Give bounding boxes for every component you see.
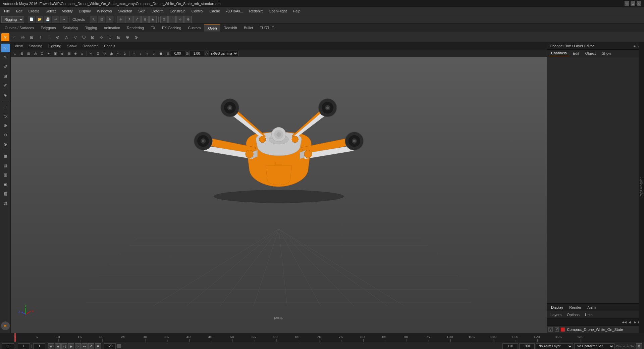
sub-wire[interactable]: ▽ [71, 33, 79, 41]
sub-frame-input[interactable] [18, 343, 30, 349]
menu-redshift[interactable]: Redshift [247, 8, 265, 14]
toolbar-snap-grid[interactable]: ⊠ [160, 16, 168, 23]
toolbar-move[interactable]: ✛ [117, 16, 124, 23]
menu-select[interactable]: Select [43, 8, 59, 14]
toolbar-select[interactable]: ↖ [90, 16, 97, 23]
toolbar-snap-view[interactable]: ⊕ [184, 16, 192, 23]
range-start-input[interactable] [33, 343, 45, 349]
pref-btn[interactable]: ⊞ [636, 343, 642, 349]
close-button[interactable]: ✕ [637, 1, 641, 6]
prev-frame[interactable]: ◀ [55, 343, 61, 349]
vp-btn-f1[interactable]: ↔ [131, 50, 137, 56]
vp-menu-shading[interactable]: Shading [26, 43, 45, 49]
vp-aa-btn[interactable]: ⊕ [59, 50, 65, 56]
current-frame-input[interactable] [2, 343, 14, 349]
tab-fx[interactable]: FX [147, 24, 159, 31]
sub-select[interactable]: ✕ [1, 33, 9, 41]
sub-joint[interactable]: ⊞ [28, 33, 36, 41]
vp-btn-f3[interactable]: ⤡ [144, 50, 150, 56]
go-to-start[interactable]: ⏮ [48, 343, 54, 349]
left-tool-13[interactable]: ▤ [1, 161, 10, 170]
left-tool-7[interactable]: □ [1, 102, 10, 111]
toolbar-snap-curve[interactable]: ⌒ [168, 16, 176, 23]
stop[interactable]: ⏹ [95, 343, 101, 349]
vp-menu-view[interactable]: View [12, 43, 25, 49]
mode-dropdown[interactable]: Rigging [1, 16, 24, 23]
sculpt-tool[interactable]: ↺ [1, 62, 10, 71]
toolbar-redo[interactable]: ↪ [60, 16, 67, 23]
menu-windows[interactable]: Windows [94, 8, 115, 14]
layer-nav-3[interactable]: ▶ [633, 320, 637, 325]
range-end-input[interactable] [104, 343, 116, 349]
menu-skin[interactable]: Skin [136, 8, 148, 14]
layer-name[interactable]: Compact_Drone_White_On_State [567, 328, 623, 332]
tab-object[interactable]: Object [582, 51, 598, 56]
play-forward[interactable]: ▶ [68, 343, 74, 349]
sub-cluster[interactable]: ⊙ [54, 33, 62, 41]
playback-max-input[interactable] [519, 343, 535, 349]
menu-modify[interactable]: Modify [59, 8, 75, 14]
vp-xray-btn[interactable]: ⊡ [39, 50, 45, 56]
tab-xgen[interactable]: XGen [204, 24, 220, 32]
vp-btn-f4[interactable]: ⤢ [151, 50, 157, 56]
playback-end-input[interactable] [502, 343, 518, 349]
menu-edit[interactable]: Edit [13, 8, 25, 14]
sub-extra1[interactable]: ⌂ [106, 33, 114, 41]
vp-nearclip[interactable]: 0.00 [170, 51, 185, 56]
menu-create[interactable]: Create [26, 8, 42, 14]
left-tool-5[interactable]: ✐ [1, 81, 10, 90]
vp-menu-show[interactable]: Show [65, 43, 79, 49]
left-tool-16[interactable]: ▩ [1, 189, 10, 198]
toolbar-lasso[interactable]: ⊡ [98, 16, 105, 23]
vp-camera-btn[interactable]: □ [12, 50, 18, 56]
vp-grid-btn[interactable]: ⊞ [19, 50, 25, 56]
toolbar-universal[interactable]: ⊞ [141, 16, 149, 23]
menu-deform[interactable]: Deform [149, 8, 166, 14]
tab-polygons[interactable]: Polygons [37, 24, 59, 31]
left-tool-15[interactable]: ▣ [1, 180, 10, 189]
panel-pin-btn[interactable]: ◈ [633, 44, 637, 48]
vp-smooth-btn[interactable]: ◎ [32, 50, 38, 56]
vp-res-btn[interactable]: ⌂ [79, 50, 85, 56]
menu-openflight[interactable]: OpenFlight [266, 8, 289, 14]
minimize-button[interactable]: − [625, 1, 629, 6]
toolbar-open[interactable]: 📂 [36, 16, 43, 23]
sub-skin[interactable]: ⊠ [89, 33, 97, 41]
vp-btn-e2[interactable]: ⊠ [95, 50, 101, 56]
left-tool-8[interactable]: ◇ [1, 112, 10, 120]
menu-cache[interactable]: Cache [207, 8, 223, 14]
menu-display[interactable]: Display [76, 8, 94, 14]
layer-nav-1[interactable]: ◀◀ [622, 320, 627, 325]
left-tool-9[interactable]: ⊕ [1, 121, 10, 130]
character-set-dropdown[interactable]: No Character Set [574, 343, 614, 349]
toolbar-new[interactable]: 📄 [28, 16, 35, 23]
vp-btn-f5[interactable]: ▣ [158, 50, 164, 56]
tab-edit[interactable]: Edit [570, 51, 582, 56]
left-tool-6[interactable]: ◈ [1, 91, 10, 99]
tab-turtle[interactable]: TURTLE [256, 24, 277, 31]
toolbar-undo[interactable]: ↩ [52, 16, 59, 23]
layers-tab[interactable]: Layers [548, 312, 564, 317]
tab-animation[interactable]: Animation [100, 24, 123, 31]
vp-btn-e3[interactable]: ⊹ [102, 50, 108, 56]
sub-blend-shape[interactable]: △ [62, 33, 70, 41]
tab-curves-surfaces[interactable]: Curves / Surfaces [1, 24, 37, 31]
vp-shadow-btn[interactable]: ▣ [52, 50, 58, 56]
sub-circle[interactable]: ○ [10, 33, 18, 41]
play-back[interactable]: ◁ [61, 343, 67, 349]
tab-rigging[interactable]: Rigging [81, 24, 100, 31]
disp-tab-display[interactable]: Display [548, 305, 566, 310]
sub-extra4[interactable]: ⊗ [132, 33, 140, 41]
left-tool-10[interactable]: ⊖ [1, 131, 10, 139]
tab-show[interactable]: Show [599, 51, 614, 56]
left-tool-14[interactable]: ▥ [1, 170, 10, 179]
anim-layer-dropdown[interactable]: No Anim Layer [536, 343, 573, 349]
tab-channels[interactable]: Channels [548, 50, 569, 56]
select-tool[interactable]: ↖ [1, 44, 10, 52]
menu-skeleton[interactable]: Skeleton [115, 8, 135, 14]
tab-sculpting[interactable]: Sculpting [59, 24, 81, 31]
tab-rendering[interactable]: Rendering [123, 24, 147, 31]
sub-paint[interactable]: ⊹ [97, 33, 105, 41]
layer-vis-indicator[interactable]: V [548, 327, 553, 332]
disp-tab-render[interactable]: Render [567, 305, 584, 310]
